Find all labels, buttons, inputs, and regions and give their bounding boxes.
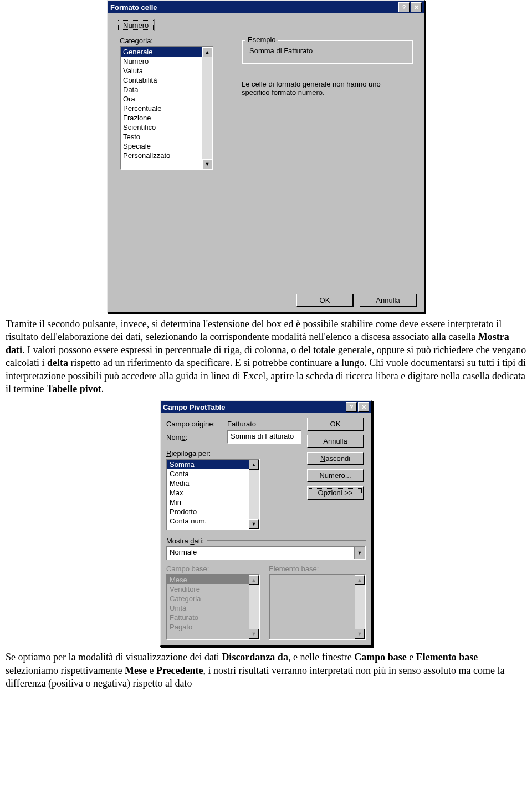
scroll-down-icon[interactable]: ▼	[249, 519, 259, 529]
list-item[interactable]: Percentuale	[121, 104, 212, 113]
list-item[interactable]: Contabilità	[121, 75, 212, 85]
list-item[interactable]: Valuta	[121, 66, 212, 75]
format-description: Le celle di formato generale non hanno u…	[242, 80, 386, 96]
numero-button[interactable]: Numero...	[307, 469, 364, 482]
list-item[interactable]: Generale	[121, 47, 212, 57]
scrollbar[interactable]: ▲ ▼	[249, 460, 259, 529]
dialog1-titlebar[interactable]: Formato celle ? ✕	[108, 1, 424, 13]
list-item: Unità	[167, 603, 259, 613]
list-item[interactable]: Conta num.	[167, 516, 259, 526]
list-item[interactable]: Media	[167, 479, 259, 488]
scroll-up-icon: ▲	[249, 575, 259, 585]
campo-origine-value: Fatturato	[227, 420, 256, 428]
list-item[interactable]: Numero	[121, 57, 212, 66]
categoria-label: Categoria:	[120, 37, 231, 45]
list-item[interactable]: Frazione	[121, 113, 212, 123]
esempio-legend: Esempio	[245, 35, 278, 44]
list-item[interactable]: Speciale	[121, 141, 212, 151]
list-item[interactable]: Conta	[167, 469, 259, 479]
riepiloga-label: Riepiloga per:	[166, 449, 301, 458]
ok-button[interactable]: OK	[307, 418, 364, 430]
list-item[interactable]: Personalizzato	[121, 151, 212, 160]
scroll-up-icon: ▲	[355, 575, 365, 585]
list-item[interactable]: Min	[167, 497, 259, 507]
scrollbar: ▲ ▼	[249, 575, 259, 639]
mostra-dati-label: Mostra dati:	[166, 537, 204, 545]
list-item: Pagato	[167, 622, 259, 632]
dialog1-title: Formato celle	[110, 3, 397, 12]
scrollbar: ▲ ▼	[355, 575, 365, 639]
scroll-down-icon: ▼	[249, 629, 259, 639]
list-item[interactable]: Prodotto	[167, 507, 259, 516]
close-icon[interactable]: ✕	[411, 2, 422, 12]
nome-input[interactable]: Somma di Fatturato	[227, 430, 301, 444]
opzioni-button[interactable]: Opzioni >>	[307, 486, 364, 499]
elemento-base-listbox: ▲ ▼	[269, 574, 366, 640]
annulla-button[interactable]: Annulla	[360, 294, 416, 307]
formato-celle-dialog: Formato celle ? ✕ Numero Categoria: Gene…	[107, 0, 425, 313]
list-item[interactable]: Ora	[121, 94, 212, 104]
scroll-down-icon[interactable]: ▼	[202, 159, 212, 169]
mostra-dati-value: Normale	[167, 547, 354, 559]
esempio-value: Somma di Fatturato	[247, 45, 407, 58]
list-item[interactable]: Scientifico	[121, 123, 212, 132]
campo-origine-label: Campo origine:	[166, 420, 227, 428]
scroll-up-icon[interactable]: ▲	[202, 47, 212, 57]
list-item[interactable]: Somma	[167, 460, 259, 469]
help-icon[interactable]: ?	[398, 2, 410, 12]
campo-base-label: Campo base:	[166, 565, 263, 573]
list-item: Mese	[167, 575, 259, 584]
scrollbar[interactable]: ▲ ▼	[202, 47, 212, 169]
body-paragraph-2: Se optiamo per la modalità di visualizza…	[6, 651, 526, 690]
body-paragraph-1: Tramite il secondo pulsante, invece, si …	[6, 318, 526, 395]
close-icon[interactable]: ✕	[358, 402, 369, 412]
elemento-base-label: Elemento base:	[269, 565, 366, 573]
list-item: Categoria	[167, 594, 259, 603]
tab-numero[interactable]: Numero	[117, 19, 155, 31]
campo-pivottable-dialog: Campo PivotTable ? ✕ Campo origine: Fatt…	[160, 400, 372, 647]
list-item[interactable]: Testo	[121, 132, 212, 141]
nome-label: Nome:	[166, 433, 227, 441]
mostra-dati-combo[interactable]: Normale ▼	[166, 546, 366, 560]
list-item: Venditore	[167, 584, 259, 594]
list-item: Fatturato	[167, 613, 259, 622]
campo-base-listbox: Mese Venditore Categoria Unità Fatturato…	[166, 574, 260, 640]
annulla-button[interactable]: Annulla	[307, 435, 364, 448]
chevron-down-icon[interactable]: ▼	[354, 547, 365, 559]
esempio-groupbox: Esempio Somma di Fatturato	[242, 40, 412, 63]
nascondi-button[interactable]: Nascondi	[307, 452, 364, 465]
scroll-up-icon[interactable]: ▲	[249, 460, 259, 470]
list-item[interactable]: Max	[167, 488, 259, 497]
ok-button[interactable]: OK	[296, 294, 353, 307]
tab-panel: Categoria: Generale Numero Valuta Contab…	[114, 31, 418, 289]
dialog2-title: Campo PivotTable	[163, 403, 345, 411]
categoria-listbox[interactable]: Generale Numero Valuta Contabilità Data …	[120, 46, 213, 170]
dialog2-titlebar[interactable]: Campo PivotTable ? ✕	[161, 401, 371, 413]
scroll-down-icon: ▼	[355, 629, 365, 639]
help-icon[interactable]: ?	[346, 402, 357, 412]
riepiloga-listbox[interactable]: Somma Conta Media Max Min Prodotto Conta…	[166, 459, 260, 530]
list-item[interactable]: Data	[121, 85, 212, 94]
